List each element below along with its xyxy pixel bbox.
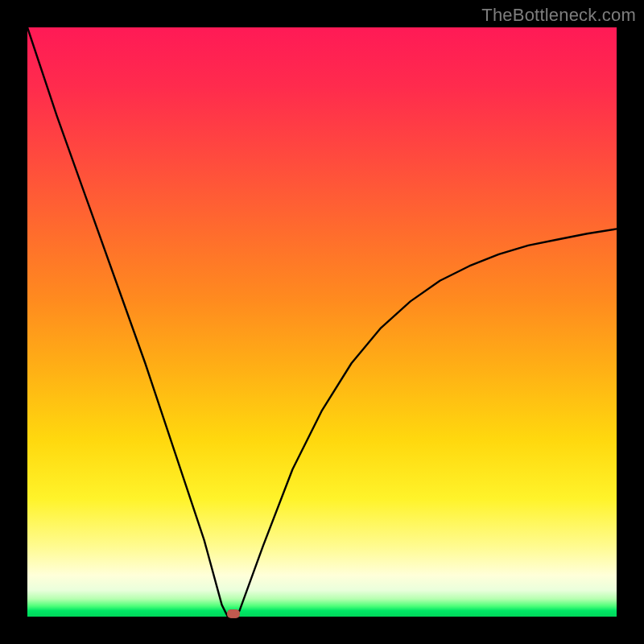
chart-frame: TheBottleneck.com [0, 0, 644, 644]
watermark-text: TheBottleneck.com [481, 5, 636, 26]
plot-area [27, 27, 617, 617]
bottleneck-curve [27, 27, 617, 617]
optimal-point-marker [227, 609, 240, 618]
